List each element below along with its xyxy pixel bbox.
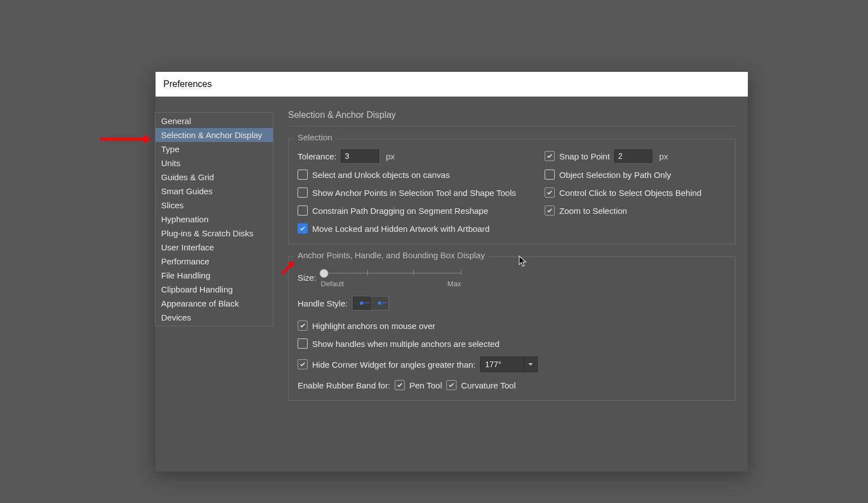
checkbox[interactable] [298, 188, 308, 198]
handle-style-row: Handle Style: [298, 296, 726, 310]
checkbox-label: Show Anchor Points in Selection Tool and… [312, 188, 516, 198]
sidebar-item-general[interactable]: General [156, 114, 273, 128]
highlight-anchors-checkbox[interactable] [298, 321, 308, 331]
checkbox[interactable] [545, 205, 555, 216]
hide-corner-row: Hide Corner Widget for angles greater th… [298, 356, 726, 372]
handle-style-option-2[interactable] [371, 296, 389, 310]
pen-tool-checkbox[interactable] [395, 380, 405, 390]
sidebar-item-smart-guides[interactable]: Smart Guides [156, 184, 273, 198]
checkbox-row: Object Selection by Path Only [545, 170, 726, 180]
checkbox[interactable] [298, 170, 308, 180]
sidebar-item-appearance-of-black[interactable]: Appearance of Black [156, 296, 273, 310]
curvature-tool-checkbox[interactable] [446, 380, 456, 390]
size-row: Size: Default Max [298, 267, 726, 288]
dialog-title: Preferences [163, 79, 212, 89]
main-panel: Selection & Anchor Display Selection Tol… [273, 97, 748, 472]
dialog-body: GeneralSelection & Anchor DisplayTypeUni… [156, 97, 748, 472]
preferences-dialog: Preferences GeneralSelection & Anchor Di… [156, 72, 748, 472]
selection-group-legend: Selection [294, 132, 336, 142]
dialog-titlebar: Preferences [156, 72, 748, 97]
tolerance-label: Tolerance: [298, 152, 336, 161]
sidebar-item-units[interactable]: Units [156, 156, 273, 170]
hide-corner-checkbox[interactable] [298, 359, 308, 369]
rubber-band-label: Enable Rubber Band for: [298, 381, 390, 390]
selection-group: Selection Tolerance: px Select and Unloc… [288, 139, 735, 244]
checkbox[interactable] [545, 170, 555, 180]
size-slider[interactable] [321, 267, 461, 278]
anchor-display-group: Anchor Points, Handle, and Bounding Box … [288, 257, 735, 401]
checkbox-row: Zoom to Selection [545, 205, 726, 216]
handle-style-option-1[interactable] [353, 296, 371, 310]
chevron-down-icon[interactable] [523, 357, 537, 372]
size-slider-max-label: Max [447, 280, 462, 288]
sidebar-item-user-interface[interactable]: User Interface [156, 240, 273, 254]
hide-corner-angle-select[interactable] [480, 356, 538, 372]
snap-to-point-label: Snap to Point [559, 152, 610, 161]
highlight-anchors-label: Highlight anchors on mouse over [312, 321, 435, 331]
checkbox-row: Show Anchor Points in Selection Tool and… [298, 188, 545, 198]
sidebar-list: GeneralSelection & Anchor DisplayTypeUni… [155, 112, 273, 326]
checkbox-label: Object Selection by Path Only [559, 170, 671, 180]
snap-to-point-checkbox[interactable] [545, 151, 555, 161]
sidebar-item-guides-grid[interactable]: Guides & Grid [156, 170, 273, 184]
rubber-band-row: Enable Rubber Band for: Pen Tool Curvatu… [298, 380, 726, 390]
checkbox-label: Constrain Path Dragging on Segment Resha… [312, 206, 488, 216]
hide-corner-angle-input[interactable] [481, 357, 523, 372]
checkbox-label: Select and Unlock objects on canvas [312, 170, 450, 180]
tolerance-unit: px [386, 152, 395, 161]
checkbox-row: Control Click to Select Objects Behind [545, 188, 726, 198]
sidebar-item-file-handling[interactable]: File Handling [156, 268, 273, 282]
handle-style-toggle [352, 296, 389, 310]
sidebar-item-type[interactable]: Type [156, 142, 273, 156]
show-handles-label: Show handles when multiple anchors are s… [312, 339, 500, 349]
sidebar-item-hyphenation[interactable]: Hyphenation [156, 212, 273, 226]
sidebar-item-performance[interactable]: Performance [156, 254, 273, 268]
anchor-group-legend: Anchor Points, Handle, and Bounding Box … [294, 250, 488, 260]
curvature-tool-label: Curvature Tool [461, 381, 515, 390]
checkbox-label: Zoom to Selection [559, 206, 627, 216]
checkbox-label: Control Click to Select Objects Behind [559, 188, 701, 198]
hide-corner-label: Hide Corner Widget for angles greater th… [312, 360, 476, 369]
sidebar-item-clipboard-handling[interactable]: Clipboard Handling [156, 282, 273, 296]
checkbox-row: Constrain Path Dragging on Segment Resha… [298, 205, 545, 216]
size-slider-min-label: Default [321, 280, 344, 288]
sidebar-item-plug-ins-scratch-disks[interactable]: Plug-ins & Scratch Disks [156, 226, 273, 240]
handle-style-label: Handle Style: [298, 299, 348, 308]
highlight-anchors-row: Highlight anchors on mouse over [298, 321, 726, 331]
checkbox[interactable] [545, 188, 555, 198]
checkbox[interactable] [298, 223, 308, 234]
show-handles-checkbox[interactable] [298, 339, 308, 349]
page-title: Selection & Anchor Display [288, 110, 735, 120]
snap-to-point-input[interactable] [614, 149, 652, 163]
show-handles-row: Show handles when multiple anchors are s… [298, 339, 726, 349]
checkbox-label: Move Locked and Hidden Artwork with Artb… [312, 224, 490, 234]
divider [288, 126, 735, 126]
checkbox-row: Move Locked and Hidden Artwork with Artb… [298, 223, 545, 234]
size-slider-thumb[interactable] [319, 269, 328, 278]
tolerance-input[interactable] [341, 149, 379, 163]
svg-marker-1 [144, 135, 150, 144]
snap-to-point-unit: px [659, 152, 668, 161]
tolerance-row: Tolerance: px [298, 149, 545, 163]
sidebar-item-slices[interactable]: Slices [156, 198, 273, 212]
size-label: Size: [298, 273, 316, 282]
checkbox-row: Select and Unlock objects on canvas [298, 170, 545, 180]
annotation-arrow-1 [100, 134, 150, 145]
checkbox[interactable] [298, 205, 308, 216]
snap-to-point-row: Snap to Point px [545, 149, 726, 163]
sidebar: GeneralSelection & Anchor DisplayTypeUni… [156, 97, 273, 472]
sidebar-item-devices[interactable]: Devices [156, 310, 273, 324]
pen-tool-label: Pen Tool [409, 381, 442, 390]
sidebar-item-selection-anchor-display[interactable]: Selection & Anchor Display [156, 128, 273, 142]
